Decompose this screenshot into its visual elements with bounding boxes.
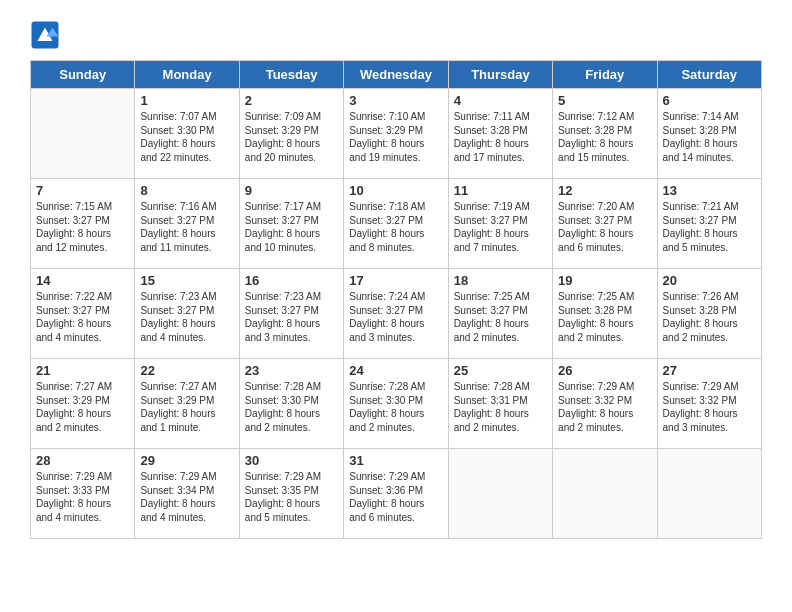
day-number: 11 [454,183,547,198]
calendar-cell: 28Sunrise: 7:29 AMSunset: 3:33 PMDayligh… [31,449,135,539]
day-number: 13 [663,183,756,198]
calendar-cell: 30Sunrise: 7:29 AMSunset: 3:35 PMDayligh… [239,449,343,539]
cell-sun-info: Sunrise: 7:24 AMSunset: 3:27 PMDaylight:… [349,290,442,344]
cell-sun-info: Sunrise: 7:29 AMSunset: 3:35 PMDaylight:… [245,470,338,524]
day-number: 25 [454,363,547,378]
calendar-cell: 6Sunrise: 7:14 AMSunset: 3:28 PMDaylight… [657,89,761,179]
day-number: 4 [454,93,547,108]
calendar-header-row: SundayMondayTuesdayWednesdayThursdayFrid… [31,61,762,89]
cell-sun-info: Sunrise: 7:21 AMSunset: 3:27 PMDaylight:… [663,200,756,254]
calendar-cell: 14Sunrise: 7:22 AMSunset: 3:27 PMDayligh… [31,269,135,359]
calendar-cell [553,449,657,539]
calendar-cell: 18Sunrise: 7:25 AMSunset: 3:27 PMDayligh… [448,269,552,359]
cell-sun-info: Sunrise: 7:23 AMSunset: 3:27 PMDaylight:… [245,290,338,344]
calendar-cell: 29Sunrise: 7:29 AMSunset: 3:34 PMDayligh… [135,449,239,539]
cell-sun-info: Sunrise: 7:23 AMSunset: 3:27 PMDaylight:… [140,290,233,344]
calendar-cell: 3Sunrise: 7:10 AMSunset: 3:29 PMDaylight… [344,89,448,179]
cell-sun-info: Sunrise: 7:28 AMSunset: 3:30 PMDaylight:… [349,380,442,434]
calendar-cell: 10Sunrise: 7:18 AMSunset: 3:27 PMDayligh… [344,179,448,269]
calendar-cell: 9Sunrise: 7:17 AMSunset: 3:27 PMDaylight… [239,179,343,269]
calendar-cell: 26Sunrise: 7:29 AMSunset: 3:32 PMDayligh… [553,359,657,449]
cell-sun-info: Sunrise: 7:28 AMSunset: 3:30 PMDaylight:… [245,380,338,434]
cell-sun-info: Sunrise: 7:26 AMSunset: 3:28 PMDaylight:… [663,290,756,344]
day-number: 22 [140,363,233,378]
day-number: 21 [36,363,129,378]
calendar-cell: 27Sunrise: 7:29 AMSunset: 3:32 PMDayligh… [657,359,761,449]
page-header [30,20,762,50]
cell-sun-info: Sunrise: 7:27 AMSunset: 3:29 PMDaylight:… [36,380,129,434]
cell-sun-info: Sunrise: 7:20 AMSunset: 3:27 PMDaylight:… [558,200,651,254]
calendar-cell: 21Sunrise: 7:27 AMSunset: 3:29 PMDayligh… [31,359,135,449]
day-number: 27 [663,363,756,378]
calendar-cell [657,449,761,539]
day-number: 20 [663,273,756,288]
cell-sun-info: Sunrise: 7:09 AMSunset: 3:29 PMDaylight:… [245,110,338,164]
calendar-cell: 11Sunrise: 7:19 AMSunset: 3:27 PMDayligh… [448,179,552,269]
calendar-cell: 20Sunrise: 7:26 AMSunset: 3:28 PMDayligh… [657,269,761,359]
calendar-cell: 16Sunrise: 7:23 AMSunset: 3:27 PMDayligh… [239,269,343,359]
cell-sun-info: Sunrise: 7:29 AMSunset: 3:34 PMDaylight:… [140,470,233,524]
cell-sun-info: Sunrise: 7:19 AMSunset: 3:27 PMDaylight:… [454,200,547,254]
day-header-wednesday: Wednesday [344,61,448,89]
day-number: 1 [140,93,233,108]
day-header-friday: Friday [553,61,657,89]
day-header-thursday: Thursday [448,61,552,89]
cell-sun-info: Sunrise: 7:18 AMSunset: 3:27 PMDaylight:… [349,200,442,254]
calendar-cell: 12Sunrise: 7:20 AMSunset: 3:27 PMDayligh… [553,179,657,269]
cell-sun-info: Sunrise: 7:15 AMSunset: 3:27 PMDaylight:… [36,200,129,254]
day-number: 2 [245,93,338,108]
cell-sun-info: Sunrise: 7:28 AMSunset: 3:31 PMDaylight:… [454,380,547,434]
cell-sun-info: Sunrise: 7:12 AMSunset: 3:28 PMDaylight:… [558,110,651,164]
day-number: 18 [454,273,547,288]
cell-sun-info: Sunrise: 7:25 AMSunset: 3:27 PMDaylight:… [454,290,547,344]
calendar-cell: 25Sunrise: 7:28 AMSunset: 3:31 PMDayligh… [448,359,552,449]
cell-sun-info: Sunrise: 7:07 AMSunset: 3:30 PMDaylight:… [140,110,233,164]
day-number: 29 [140,453,233,468]
cell-sun-info: Sunrise: 7:27 AMSunset: 3:29 PMDaylight:… [140,380,233,434]
day-number: 23 [245,363,338,378]
cell-sun-info: Sunrise: 7:29 AMSunset: 3:32 PMDaylight:… [663,380,756,434]
calendar-week-row: 28Sunrise: 7:29 AMSunset: 3:33 PMDayligh… [31,449,762,539]
day-header-tuesday: Tuesday [239,61,343,89]
day-number: 15 [140,273,233,288]
day-header-saturday: Saturday [657,61,761,89]
day-number: 31 [349,453,442,468]
cell-sun-info: Sunrise: 7:14 AMSunset: 3:28 PMDaylight:… [663,110,756,164]
day-number: 24 [349,363,442,378]
day-number: 6 [663,93,756,108]
calendar-cell [448,449,552,539]
day-number: 3 [349,93,442,108]
day-number: 12 [558,183,651,198]
day-number: 26 [558,363,651,378]
calendar-cell: 31Sunrise: 7:29 AMSunset: 3:36 PMDayligh… [344,449,448,539]
calendar-table: SundayMondayTuesdayWednesdayThursdayFrid… [30,60,762,539]
calendar-cell: 5Sunrise: 7:12 AMSunset: 3:28 PMDaylight… [553,89,657,179]
day-number: 19 [558,273,651,288]
calendar-cell: 4Sunrise: 7:11 AMSunset: 3:28 PMDaylight… [448,89,552,179]
calendar-cell: 2Sunrise: 7:09 AMSunset: 3:29 PMDaylight… [239,89,343,179]
cell-sun-info: Sunrise: 7:11 AMSunset: 3:28 PMDaylight:… [454,110,547,164]
calendar-week-row: 1Sunrise: 7:07 AMSunset: 3:30 PMDaylight… [31,89,762,179]
day-number: 16 [245,273,338,288]
cell-sun-info: Sunrise: 7:29 AMSunset: 3:33 PMDaylight:… [36,470,129,524]
calendar-cell: 24Sunrise: 7:28 AMSunset: 3:30 PMDayligh… [344,359,448,449]
day-number: 8 [140,183,233,198]
day-number: 17 [349,273,442,288]
day-number: 30 [245,453,338,468]
calendar-cell: 23Sunrise: 7:28 AMSunset: 3:30 PMDayligh… [239,359,343,449]
day-number: 10 [349,183,442,198]
calendar-cell: 1Sunrise: 7:07 AMSunset: 3:30 PMDaylight… [135,89,239,179]
day-header-sunday: Sunday [31,61,135,89]
calendar-cell: 13Sunrise: 7:21 AMSunset: 3:27 PMDayligh… [657,179,761,269]
calendar-cell: 7Sunrise: 7:15 AMSunset: 3:27 PMDaylight… [31,179,135,269]
cell-sun-info: Sunrise: 7:25 AMSunset: 3:28 PMDaylight:… [558,290,651,344]
day-number: 28 [36,453,129,468]
calendar-cell: 22Sunrise: 7:27 AMSunset: 3:29 PMDayligh… [135,359,239,449]
cell-sun-info: Sunrise: 7:16 AMSunset: 3:27 PMDaylight:… [140,200,233,254]
cell-sun-info: Sunrise: 7:10 AMSunset: 3:29 PMDaylight:… [349,110,442,164]
day-header-monday: Monday [135,61,239,89]
cell-sun-info: Sunrise: 7:29 AMSunset: 3:36 PMDaylight:… [349,470,442,524]
calendar-week-row: 14Sunrise: 7:22 AMSunset: 3:27 PMDayligh… [31,269,762,359]
calendar-cell: 19Sunrise: 7:25 AMSunset: 3:28 PMDayligh… [553,269,657,359]
calendar-week-row: 7Sunrise: 7:15 AMSunset: 3:27 PMDaylight… [31,179,762,269]
